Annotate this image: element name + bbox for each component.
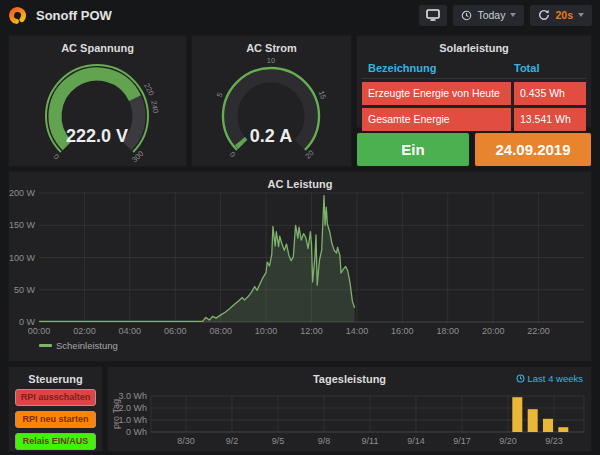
gauge-tick-label: 15 <box>317 89 328 100</box>
row-value: 0.435 Wh <box>514 82 586 105</box>
control-buttons: RPI ausschalten RPI neu starten Relais E… <box>15 389 96 455</box>
x-axis-tick-label: 18:00 <box>436 326 459 336</box>
rpi-shutdown-button[interactable]: RPI ausschalten <box>15 389 96 406</box>
chevron-down-icon <box>510 13 516 17</box>
gauge-tick-label: 300 <box>130 149 145 164</box>
bar-9/21 <box>512 397 522 432</box>
y-axis-tick-label: 50 W <box>14 285 36 295</box>
column-header-total: Total <box>514 62 586 74</box>
panel-ac-strom: AC Strom 051015200.2 A <box>191 35 352 167</box>
legend-swatch <box>39 344 52 347</box>
x-axis-tick-label: 9/11 <box>362 436 379 446</box>
x-axis-tick-label: 14:00 <box>346 326 369 336</box>
panel-title-ac-spannung[interactable]: AC Spannung <box>9 36 186 54</box>
refresh-button[interactable]: 20s <box>530 5 592 26</box>
y-axis-tick-label: 2.0 Wh <box>118 403 147 413</box>
grafana-logo[interactable] <box>8 6 27 25</box>
x-axis-tick-label: 9/20 <box>499 436 517 446</box>
row-label: Erzeugte Energie von Heute <box>362 82 511 105</box>
gauge-value-text: 0.2 A <box>250 126 292 146</box>
panel-ac-leistung: AC Leistung 0 W50 W100 W150 W200 W00:000… <box>8 171 592 362</box>
panel-title-ac-strom[interactable]: AC Strom <box>192 36 351 54</box>
panel-tagesleistung: Tagesleistung Last 4 weeks 8/309/29/59/8… <box>107 366 592 452</box>
gauge-value-text: 222.0 V <box>66 126 128 146</box>
solar-table: Bezeichnung Total Erzeugte Energie von H… <box>362 60 586 131</box>
x-axis-tick-label: 12:00 <box>300 326 323 336</box>
clock-icon <box>461 10 472 21</box>
bar-9/24 <box>558 427 568 432</box>
x-axis-tick-label: 9/2 <box>226 436 239 446</box>
panel-steuerung: Steuerung RPI ausschalten RPI neu starte… <box>8 366 103 452</box>
row-label: Gesamte Energie <box>362 108 511 131</box>
voltage-gauge: 0300220240222.0 V <box>9 58 186 166</box>
bar-9/23 <box>543 419 553 432</box>
solar-table-header: Bezeichnung Total <box>362 60 586 79</box>
column-header-bezeichnung: Bezeichnung <box>368 62 511 74</box>
current-gauge: 051015200.2 A <box>192 58 351 166</box>
panel-title-steuerung[interactable]: Steuerung <box>9 367 102 385</box>
gauge-value-arc <box>240 141 243 144</box>
relay-toggle-button[interactable]: Relais EIN/AUS <box>15 433 96 450</box>
rpi-restart-button[interactable]: RPI neu starten <box>15 411 96 428</box>
x-axis-tick-label: 04:00 <box>119 326 142 336</box>
y-axis-tick-label: 0 Wh <box>126 427 147 437</box>
x-axis-tick-label: 06:00 <box>164 326 187 336</box>
legend-label[interactable]: Scheinleistung <box>56 340 118 351</box>
gauge-tick-label: 10 <box>267 58 275 65</box>
refresh-icon <box>538 9 550 21</box>
series-area <box>39 196 355 322</box>
time-range-link-label: Last 4 weeks <box>528 373 583 384</box>
navbar: Sonoff POW Today <box>0 0 600 30</box>
date-panel: 24.09.2019 <box>474 132 592 167</box>
panel-solarleistung: Solarleistung Bezeichnung Total Erzeugte… <box>356 35 592 128</box>
y-axis-tick-label: 3.0 Wh <box>118 391 147 401</box>
table-row: Gesamte Energie 13.541 Wh <box>362 108 586 131</box>
x-axis-tick-label: 10:00 <box>255 326 278 336</box>
monitor-icon <box>426 9 440 21</box>
x-axis-tick-label: 9/17 <box>453 436 471 446</box>
x-axis-tick-label: 9/23 <box>545 436 563 446</box>
y-axis-tick-label: 150 W <box>9 220 36 230</box>
time-range-button[interactable]: Today <box>453 5 524 26</box>
gauge-tick-label: 0 <box>52 152 61 161</box>
row-value: 13.541 Wh <box>514 108 586 131</box>
dashboard-title[interactable]: Sonoff POW <box>36 8 112 23</box>
x-axis-tick-label: 16:00 <box>391 326 414 336</box>
gauge-tick-label: 240 <box>149 100 160 114</box>
panel-title-solarleistung[interactable]: Solarleistung <box>357 36 591 54</box>
x-axis-tick-label: 08:00 <box>209 326 232 336</box>
time-range-link[interactable]: Last 4 weeks <box>516 373 583 384</box>
gauge-tick-label: 5 <box>215 91 225 98</box>
x-axis-tick-label: 00:00 <box>28 326 51 336</box>
x-axis-tick-label: 9/5 <box>272 436 285 446</box>
x-axis-tick-label: 20:00 <box>482 326 505 336</box>
clock-icon <box>516 374 525 383</box>
dashboard: Sonoff POW Today <box>0 0 600 455</box>
power-line-chart[interactable]: 0 W50 W100 W150 W200 W00:0002:0004:0006:… <box>9 172 591 361</box>
bar-9/22 <box>528 409 538 432</box>
gauge-tick-label: 0 <box>228 150 237 159</box>
x-axis-tick-label: 9/14 <box>407 436 425 446</box>
panel-title-ac-leistung[interactable]: AC Leistung <box>9 172 591 190</box>
y-axis-tick-label: 100 W <box>9 253 36 263</box>
chevron-down-icon <box>578 13 584 17</box>
relay-state-panel[interactable]: Ein <box>356 132 470 167</box>
x-axis-tick-label: 22:00 <box>527 326 550 336</box>
refresh-interval-label: 20s <box>555 9 573 21</box>
x-axis-tick-label: 02:00 <box>73 326 96 336</box>
tv-mode-button[interactable] <box>419 5 447 26</box>
y-axis-title: pro Tag <box>111 399 121 429</box>
x-axis-tick-label: 9/8 <box>318 436 331 446</box>
x-axis-tick-label: 8/30 <box>177 436 195 446</box>
table-row: Erzeugte Energie von Heute 0.435 Wh <box>362 82 586 105</box>
time-range-label: Today <box>477 9 505 21</box>
y-axis-tick-label: 1.0 Wh <box>118 415 147 425</box>
panel-ac-spannung: AC Spannung 0300220240222.0 V <box>8 35 187 167</box>
